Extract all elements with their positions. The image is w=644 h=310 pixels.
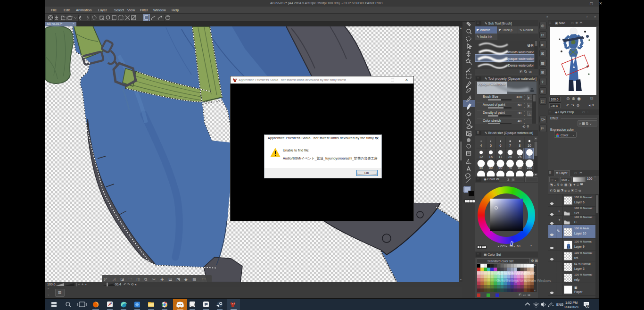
svg-text:12: 12 xyxy=(479,155,483,159)
svg-text:⬚: ⬚ xyxy=(202,277,206,282)
svg-text:15: 15 xyxy=(489,155,493,159)
svg-text:100: 100 xyxy=(527,166,532,169)
svg-text:◸: ◸ xyxy=(104,277,107,282)
svg-text:⬓: ⬓ xyxy=(168,277,172,282)
svg-text:17: 17 xyxy=(499,155,503,159)
svg-text:병권: 병권 xyxy=(527,44,534,48)
svg-text:◫: ◫ xyxy=(136,277,140,282)
svg-text:⬚: ⬚ xyxy=(128,277,132,282)
svg-text:1/30/2021: 1/30/2021 xyxy=(564,305,578,309)
svg-text:6: 6 xyxy=(500,144,502,147)
svg-text:⧉: ⧉ xyxy=(144,277,147,282)
svg-text:70: 70 xyxy=(508,166,512,169)
svg-text:80: 80 xyxy=(518,166,522,169)
svg-text:◿: ◿ xyxy=(112,277,116,282)
svg-text:40: 40 xyxy=(479,166,483,169)
svg-text:25: 25 xyxy=(518,155,522,159)
svg-text:60: 60 xyxy=(499,166,503,169)
svg-text:20: 20 xyxy=(508,155,512,159)
svg-text:Dense watercolor: Dense watercolor xyxy=(508,64,534,67)
svg-text:1: 1 xyxy=(586,304,588,308)
svg-text:✂: ✂ xyxy=(152,277,156,282)
svg-text:4: 4 xyxy=(480,144,482,147)
svg-text:✚: ✚ xyxy=(160,277,164,282)
svg-text:Smooth watercolor: Smooth watercolor xyxy=(506,50,534,54)
svg-text:8: 8 xyxy=(519,144,521,147)
svg-text:⬔: ⬔ xyxy=(176,277,180,282)
svg-text:30: 30 xyxy=(528,155,531,159)
svg-text:50: 50 xyxy=(489,166,493,169)
svg-text:Opaque watercolor: Opaque watercolor xyxy=(506,57,534,61)
svg-text:◆: ◆ xyxy=(184,277,188,282)
svg-text:10: 10 xyxy=(528,144,531,147)
svg-text:◪: ◪ xyxy=(120,277,124,282)
svg-text:ENG: ENG xyxy=(556,303,563,306)
svg-text:▩: ▩ xyxy=(192,277,196,282)
svg-text:7: 7 xyxy=(509,144,511,147)
svg-text:1:02 PM: 1:02 PM xyxy=(565,301,578,304)
svg-text:5: 5 xyxy=(490,144,492,147)
